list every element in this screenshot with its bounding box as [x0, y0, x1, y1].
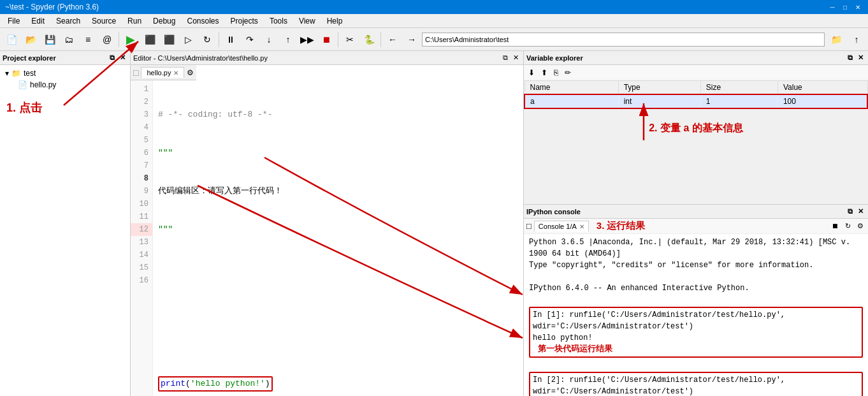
console-block-1: In [1]: runfile('C:/Users/Administrator/…: [529, 307, 863, 358]
project-tree: ▾ 📁 test 📄 hello.py 1. 点击: [0, 65, 130, 396]
col-value[interactable]: Value: [778, 81, 867, 95]
editor-close-button[interactable]: ✕: [511, 53, 521, 62]
var-import-button[interactable]: ⬇: [526, 68, 537, 78]
project-explorer-panel: Project explorer ⧉ ✕ ▾ 📁 test 📄 hello.py…: [0, 51, 131, 396]
var-value-a: 100: [778, 94, 867, 108]
editor-tabs-bar: □ hello.py ✕ ⚙: [131, 65, 523, 80]
menu-source[interactable]: Source: [87, 15, 121, 27]
console-tab-close[interactable]: ✕: [579, 223, 584, 230]
editor-tab-hello-py[interactable]: hello.py ✕: [141, 67, 184, 78]
console-stop-button[interactable]: ⏹: [830, 221, 841, 231]
new-editor-icon: □: [133, 68, 138, 78]
save-all-button[interactable]: 🗂: [60, 31, 78, 48]
menu-search[interactable]: Search: [51, 15, 85, 27]
menu-file[interactable]: File: [3, 15, 25, 27]
console-close-button[interactable]: ✕: [856, 207, 865, 216]
run-cell-advance-button[interactable]: ⬛: [160, 31, 178, 48]
code-area: 12345 6789 101112 13141516 # -*- coding:…: [131, 80, 523, 396]
path-input[interactable]: [422, 33, 825, 47]
console-block2-input: In [2]: runfile('C:/Users/Administrator/…: [533, 374, 859, 396]
path-browse-button[interactable]: 📁: [827, 31, 845, 48]
menu-tools[interactable]: Tools: [264, 15, 293, 27]
step-into-button[interactable]: ↓: [260, 31, 278, 48]
project-panel-float-button[interactable]: ⧉: [108, 53, 117, 62]
menu-debug[interactable]: Debug: [148, 15, 180, 27]
title-bar: ~\test - Spyder (Python 3.6) ─ □ ✕: [0, 0, 868, 14]
new-file-button[interactable]: 📄: [3, 31, 20, 48]
console-block-2: In [2]: runfile('C:/Users/Administrator/…: [529, 372, 863, 396]
step-return-button[interactable]: ↑: [279, 31, 297, 48]
menu-help[interactable]: Help: [322, 15, 348, 27]
console-tab-1[interactable]: Console 1/A ✕: [534, 221, 589, 231]
menu-edit[interactable]: Edit: [26, 15, 50, 27]
tree-file-hello-py[interactable]: 📄 hello.py: [15, 79, 127, 91]
maximize-button[interactable]: □: [840, 2, 850, 12]
console-float-button[interactable]: ⧉: [846, 207, 855, 216]
rerun-button[interactable]: ↻: [198, 31, 216, 48]
back-button[interactable]: ←: [384, 31, 401, 48]
var-name-a: a: [524, 94, 618, 108]
annotation-1-text: 1. 点击: [6, 100, 42, 115]
run-selection-button[interactable]: ▷: [179, 31, 197, 48]
stop-button[interactable]: ⏹: [317, 31, 335, 48]
console-settings-button[interactable]: ⚙: [855, 221, 865, 231]
run-button[interactable]: ▶: [122, 31, 140, 48]
menu-bar: File Edit Search Source Run Debug Consol…: [0, 14, 868, 28]
menu-projects[interactable]: Projects: [226, 15, 263, 27]
variable-row-a[interactable]: a int 1 100: [524, 94, 867, 108]
var-copy-button[interactable]: ⎘: [552, 68, 560, 78]
variable-table: Name Type Size Value a int 1 100: [524, 80, 868, 204]
project-panel-close-button[interactable]: ✕: [118, 53, 127, 62]
code-content[interactable]: # -*- coding: utf-8 -*- """ 代码编辑区：请写入第一行…: [153, 80, 523, 396]
block1-label: 第一块代码运行结果: [538, 344, 612, 354]
profile-button[interactable]: ✂: [341, 31, 359, 48]
folder-label: test: [24, 69, 36, 78]
variable-explorer-panel: Variable explorer ⧉ ✕ ⬇ ⬆ ⎘ ✏ Name Type: [524, 51, 868, 205]
continue-button[interactable]: ▶▶: [298, 31, 316, 48]
col-type[interactable]: Type: [618, 81, 700, 95]
variable-toolbar: ⬇ ⬆ ⎘ ✏: [524, 65, 868, 80]
open-file-button[interactable]: 📂: [22, 31, 40, 48]
tree-folder-test[interactable]: ▾ 📁 test: [3, 68, 127, 79]
editor-settings-icon[interactable]: ⚙: [187, 68, 194, 77]
console-line-4: IPython 6.4.0 -- An enhanced Interactive…: [529, 282, 863, 294]
menu-run[interactable]: Run: [122, 15, 147, 27]
window-controls: ─ □ ✕: [827, 2, 863, 12]
console-tab-label: Console 1/A: [539, 223, 577, 230]
title-bar-title: ~\test - Spyder (Python 3.6): [5, 3, 99, 11]
line-numbers: 12345 6789 101112 13141516: [131, 80, 153, 396]
editor-header-title: Editor - C:\Users\Administrator\test\hel…: [133, 54, 268, 62]
col-name[interactable]: Name: [524, 81, 618, 95]
col-size[interactable]: Size: [700, 81, 778, 95]
var-export-button[interactable]: ⬆: [539, 68, 549, 78]
toolbar-separator-1: [119, 32, 119, 47]
browse-tabs-button[interactable]: ≡: [79, 31, 97, 48]
editor-float-button[interactable]: ⧉: [501, 53, 510, 62]
toolbar: 📄 📂 💾 🗂 ≡ @ ▶ ⬛ ⬛ ▷ ↻ ⏸ ↷ ↓ ↑ ▶▶ ⏹ ✂ 🐍 ←…: [0, 28, 868, 51]
step-button[interactable]: ↷: [241, 31, 259, 48]
close-button[interactable]: ✕: [853, 2, 863, 12]
variable-explorer-header: Variable explorer ⧉ ✕: [524, 51, 868, 65]
var-float-button[interactable]: ⧉: [846, 53, 855, 62]
menu-consoles[interactable]: Consoles: [182, 15, 224, 27]
toolbar-separator-2: [219, 32, 219, 47]
at-button[interactable]: @: [98, 31, 116, 48]
minimize-button[interactable]: ─: [827, 2, 837, 12]
project-explorer-header: Project explorer ⧉ ✕: [0, 51, 130, 65]
main-area: Project explorer ⧉ ✕ ▾ 📁 test 📄 hello.py…: [0, 51, 868, 396]
console-content[interactable]: Python 3.6.5 |Anaconda, Inc.| (default, …: [524, 234, 868, 396]
path-up-button[interactable]: ↑: [848, 31, 865, 48]
path-bar: 📁 ↑: [422, 31, 865, 48]
run-cell-button[interactable]: ⬛: [141, 31, 159, 48]
forward-button[interactable]: →: [403, 31, 421, 48]
menu-view[interactable]: View: [294, 15, 321, 27]
var-close-button[interactable]: ✕: [856, 53, 865, 62]
var-filter-button[interactable]: ✏: [563, 68, 573, 78]
debug-button[interactable]: ⏸: [222, 31, 240, 48]
editor-tab-close[interactable]: ✕: [173, 70, 178, 77]
editor-header: Editor - C:\Users\Administrator\test\hel…: [131, 51, 523, 65]
console-restart-button[interactable]: ↻: [843, 221, 853, 231]
save-button[interactable]: 💾: [41, 31, 59, 48]
var-size-a: 1: [700, 94, 778, 108]
python-button[interactable]: 🐍: [360, 31, 378, 48]
